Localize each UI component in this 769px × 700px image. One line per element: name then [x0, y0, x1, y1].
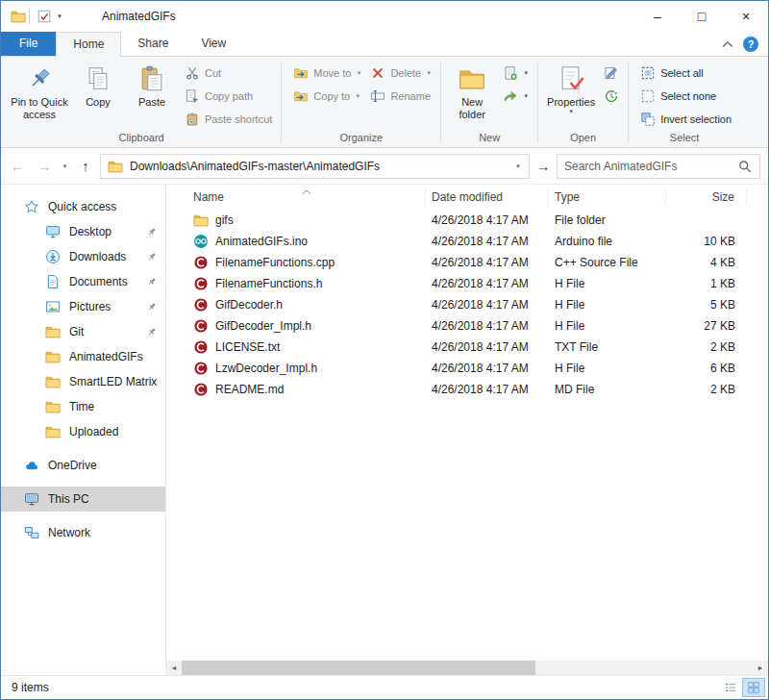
cfile-file-icon — [193, 382, 209, 397]
minimize-button[interactable]: – — [635, 1, 680, 32]
back-button[interactable]: ← — [5, 155, 30, 178]
qat-separator — [29, 9, 30, 24]
properties-button[interactable]: Properties ▼ — [544, 62, 598, 116]
file-type: H File — [549, 298, 666, 312]
file-row[interactable]: GifDecoder.h4/26/2018 4:17 AMH File5 KB — [166, 294, 768, 315]
collapse-ribbon-icon[interactable] — [722, 40, 733, 48]
move-to-button[interactable]: Move to ▼ — [290, 64, 364, 82]
horizontal-scrollbar[interactable]: ◄ ► — [166, 661, 768, 675]
sidebar-item-label: Time — [69, 400, 94, 413]
select-none-button[interactable]: Select none — [637, 88, 734, 105]
scroll-left-icon[interactable]: ◄ — [166, 661, 182, 675]
sidebar-item-uploaded[interactable]: Uploaded — [1, 419, 165, 444]
column-header-type[interactable]: Type — [549, 188, 666, 206]
maximize-button[interactable]: □ — [680, 1, 724, 32]
group-label-organize: Organize — [283, 131, 439, 147]
paste-shortcut-icon — [185, 112, 200, 127]
sidebar-item-animatedgifs[interactable]: AnimatedGIFs — [1, 344, 165, 369]
sidebar-item-documents[interactable]: Documents — [1, 269, 165, 294]
chevron-down-icon: ▼ — [355, 93, 360, 99]
cfile-file-icon — [193, 361, 209, 376]
history-button[interactable] — [601, 88, 622, 105]
sidebar-item-git[interactable]: Git — [1, 319, 165, 344]
select-all-button[interactable]: Select all — [637, 64, 734, 82]
copy-button[interactable]: Copy — [71, 62, 125, 111]
desktop-icon — [45, 224, 61, 239]
cut-icon — [185, 65, 200, 81]
file-size: 5 KB — [666, 298, 747, 312]
forward-button[interactable]: → — [32, 155, 57, 178]
sidebar-item-onedrive[interactable]: OneDrive — [1, 453, 165, 478]
tab-view[interactable]: View — [185, 32, 242, 56]
tab-home[interactable]: Home — [56, 32, 121, 57]
sidebar-item-quick-access[interactable]: Quick access — [1, 194, 165, 219]
invert-selection-icon — [640, 112, 656, 127]
file-row[interactable]: gifs4/26/2018 4:17 AMFile folder — [166, 210, 768, 231]
new-folder-button[interactable]: New folder — [447, 62, 497, 123]
search-input[interactable] — [564, 160, 737, 173]
recent-locations-icon[interactable]: ▼ — [59, 155, 71, 178]
tab-share[interactable]: Share — [121, 32, 185, 56]
file-row[interactable]: LzwDecoder_Impl.h4/26/2018 4:17 AMH File… — [166, 358, 768, 379]
paste-shortcut-button[interactable]: Paste shortcut — [182, 111, 275, 128]
large-icons-view-button[interactable] — [742, 678, 765, 697]
check-icon[interactable] — [37, 9, 52, 24]
details-view-icon — [724, 681, 737, 694]
address-dropdown-icon[interactable]: ▼ — [509, 163, 527, 169]
sidebar-item-this-pc[interactable]: This PC — [1, 487, 165, 512]
column-header-name[interactable]: Name — [187, 188, 426, 206]
pin-icon — [145, 276, 158, 288]
pin-to-quick-access-button[interactable]: Pin to Quick access — [8, 62, 71, 123]
delete-button[interactable]: Delete ▼ — [367, 64, 434, 82]
sidebar-item-desktop[interactable]: Desktop — [1, 219, 165, 244]
file-size: 2 KB — [666, 383, 747, 396]
sidebar-item-pictures[interactable]: Pictures — [1, 294, 165, 319]
copy-to-button[interactable]: Copy to ▼ — [290, 88, 364, 105]
rename-button[interactable]: Rename — [367, 88, 434, 105]
copy-to-icon — [293, 88, 309, 104]
copy-path-button[interactable]: Copy path — [182, 88, 275, 105]
close-button[interactable]: × — [724, 1, 768, 32]
file-row[interactable]: AnimatedGIFs.ino4/26/2018 4:17 AMArduino… — [166, 231, 768, 252]
invert-selection-button[interactable]: Invert selection — [637, 111, 734, 128]
sidebar-item-time[interactable]: Time — [1, 394, 165, 419]
scrollbar-thumb[interactable] — [182, 661, 535, 675]
file-row[interactable]: README.md4/26/2018 4:17 AMMD File2 KB — [166, 379, 768, 400]
file-row[interactable]: FilenameFunctions.h4/26/2018 4:17 AMH Fi… — [166, 273, 768, 294]
file-date-modified: 4/26/2018 4:17 AM — [426, 362, 549, 375]
cut-button[interactable]: Cut — [182, 64, 275, 82]
new-item-button[interactable]: ▼ — [500, 64, 532, 82]
sidebar-item-label: Pictures — [69, 300, 111, 313]
file-view: Name Date modified Type Size gifs4/26/20… — [166, 185, 768, 675]
go-button[interactable]: → — [532, 155, 555, 178]
help-icon[interactable]: ? — [743, 37, 758, 52]
tab-file[interactable]: File — [1, 32, 56, 56]
search-icon[interactable] — [737, 159, 753, 174]
file-date-modified: 4/26/2018 4:17 AM — [426, 213, 549, 227]
file-size: 1 KB — [666, 277, 747, 290]
pin-icon — [145, 251, 158, 263]
sidebar-item-downloads[interactable]: Downloads — [1, 244, 165, 269]
paste-button[interactable]: Paste — [125, 62, 179, 111]
folder-icon — [45, 349, 61, 364]
sidebar-item-smartled-matrix[interactable]: SmartLED Matrix — [1, 369, 165, 394]
file-row[interactable]: FilenameFunctions.cpp4/26/2018 4:17 AMC+… — [166, 252, 768, 273]
file-name: gifs — [215, 213, 234, 227]
scrollbar-track[interactable] — [182, 661, 753, 675]
ribbon-group-organize: Move to ▼ Copy to ▼ Delete ▼ — [283, 59, 439, 147]
easy-access-button[interactable]: ▼ — [500, 88, 532, 105]
column-header-size[interactable]: Size — [666, 188, 747, 206]
details-view-button[interactable] — [719, 678, 742, 697]
edit-button[interactable] — [601, 64, 622, 82]
sidebar-item-label: This PC — [48, 492, 89, 506]
sidebar-item-label: Git — [69, 325, 84, 338]
up-button[interactable]: ↑ — [73, 155, 98, 178]
qat-dropdown-icon[interactable]: ▼ — [57, 13, 62, 19]
file-row[interactable]: LICENSE.txt4/26/2018 4:17 AMTXT File2 KB — [166, 337, 768, 358]
column-header-date-modified[interactable]: Date modified — [426, 188, 549, 206]
file-row[interactable]: GifDecoder_Impl.h4/26/2018 4:17 AMH File… — [166, 315, 768, 337]
file-size: 27 KB — [666, 319, 747, 333]
address-input[interactable]: Downloads\AnimatedGIFs-master\AnimatedGI… — [100, 154, 530, 179]
sidebar-item-network[interactable]: Network — [1, 520, 165, 545]
scroll-right-icon[interactable]: ► — [753, 661, 768, 675]
